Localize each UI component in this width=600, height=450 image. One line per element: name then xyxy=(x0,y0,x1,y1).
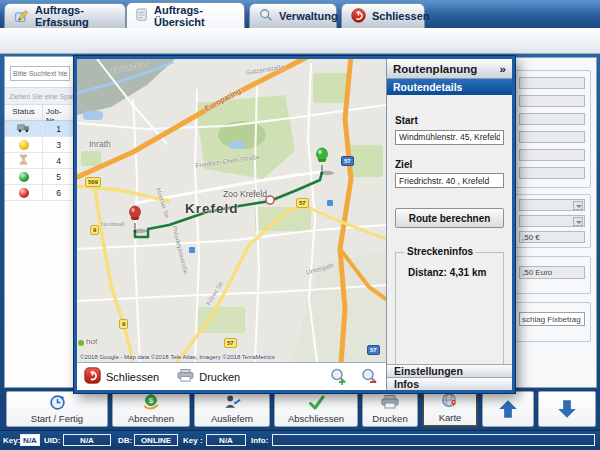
tab-label: Auftrags-Erfassung xyxy=(35,4,116,28)
ziel-address-input[interactable] xyxy=(395,173,504,188)
ausliefern-button[interactable]: Ausliefern xyxy=(194,391,270,427)
price-groupbox: ,50 € xyxy=(513,194,591,248)
abrechnen-button[interactable]: $ Abrechnen xyxy=(112,391,190,427)
accordion-einstellungen[interactable]: Einstellungen xyxy=(387,364,512,377)
dialog-print-button[interactable]: Drucken xyxy=(177,369,240,384)
drucken-button[interactable]: Drucken xyxy=(362,391,418,427)
accordion-infos[interactable]: Infos xyxy=(387,377,512,390)
document-icon xyxy=(136,8,148,24)
key2-label: Key : xyxy=(183,436,203,445)
detail-field[interactable] xyxy=(519,95,585,107)
tab-auftrags-uebersicht[interactable]: Auftrags-Übersicht xyxy=(126,2,245,28)
key-value: N/A xyxy=(20,434,40,446)
button-label: Abrechnen xyxy=(128,413,174,424)
svg-text:$: $ xyxy=(149,396,154,405)
table-row[interactable]: 3 xyxy=(5,137,74,153)
detail-field[interactable] xyxy=(519,131,585,143)
detail-field[interactable] xyxy=(519,167,585,179)
routendetails-body: Start Ziel Route berechnen Streckeninfos… xyxy=(387,95,512,364)
street-label: Nordwall xyxy=(101,221,124,227)
route-panel-header[interactable]: Routenplanung » xyxy=(387,59,512,79)
detail-field[interactable] xyxy=(519,77,585,89)
map-canvas[interactable]: Flünnertzdyk Gatzenstraße Europaring Inr… xyxy=(77,59,386,362)
job-number: 4 xyxy=(43,156,74,166)
route-berechnen-button[interactable]: Route berechnen xyxy=(395,208,504,228)
euro-field[interactable]: ,50 Euro xyxy=(519,266,585,279)
route-side-panel: Routenplanung » Routendetails Start Ziel… xyxy=(386,59,512,390)
check-icon xyxy=(308,393,325,411)
start-fertig-button[interactable]: Start / Fertig xyxy=(6,391,108,427)
map-attribution: ©2018 Google - Map data ©2018 Tele Atlas… xyxy=(80,354,275,360)
detail-field[interactable] xyxy=(519,149,585,161)
table-row[interactable]: 5 xyxy=(5,169,74,185)
fields-groupbox xyxy=(513,70,591,188)
table-row[interactable]: 6 xyxy=(5,185,74,201)
key2-value: N/A xyxy=(206,434,246,446)
karte-button[interactable]: Karte xyxy=(422,391,478,427)
arrow-up-icon xyxy=(497,396,519,422)
detail-field[interactable] xyxy=(519,113,585,125)
chevron-down-icon[interactable] xyxy=(573,201,583,210)
start-label: Start xyxy=(395,115,504,126)
status-yellow-icon xyxy=(19,140,29,150)
district-label-inrath: Inrath xyxy=(89,139,111,149)
tab-verwaltung[interactable]: Verwaltung xyxy=(249,3,337,28)
tab-schliessen[interactable]: Schliessen xyxy=(341,3,425,28)
table-row[interactable]: 4 xyxy=(5,153,74,169)
jobs-list-panel: Ziehen Sie eine Spalte Status Job-Nr. 1 … xyxy=(4,56,75,388)
power-icon xyxy=(351,8,366,25)
group-drop-hint: Ziehen Sie eine Spalte xyxy=(5,87,74,105)
zoom-out-button[interactable] xyxy=(361,368,378,385)
job-number: 6 xyxy=(43,188,74,198)
poi-label-zoo: Zoo Krefeld xyxy=(223,189,267,199)
key-label: Key: xyxy=(3,436,20,445)
globe-pin-icon xyxy=(441,392,459,410)
table-row[interactable]: 1 xyxy=(5,121,74,137)
road-shield: 9 xyxy=(119,319,128,329)
print-label: Drucken xyxy=(199,371,240,383)
col-status[interactable]: Status xyxy=(5,105,43,120)
app-window: Auftrags-Erfassung Auftrags-Übersicht Ve… xyxy=(0,0,600,450)
dialog-close-button[interactable]: Schliessen xyxy=(84,367,159,386)
button-label: Start / Fertig xyxy=(31,413,83,424)
road-shield: 9 xyxy=(90,225,99,235)
map-dialog-toolbar: Schliessen Drucken xyxy=(77,362,386,390)
main-tabbar: Auftrags-Erfassung Auftrags-Übersicht Ve… xyxy=(0,0,600,28)
zoom-in-button[interactable] xyxy=(330,368,347,385)
collapse-chevron-icon[interactable]: » xyxy=(500,63,506,75)
routendetails-section-header[interactable]: Routendetails xyxy=(387,79,512,95)
hourglass-status-icon xyxy=(19,154,28,167)
move-up-button[interactable] xyxy=(482,391,534,427)
db-label: DB: xyxy=(118,436,132,445)
printer-icon xyxy=(381,393,399,411)
tab-label: Verwaltung xyxy=(279,10,338,22)
road-shield: 57 xyxy=(296,198,309,208)
table-header[interactable]: Status Job-Nr. xyxy=(5,105,74,121)
magnifier-plus-icon xyxy=(330,368,347,385)
fix-groupbox: schlag Fixbetrag xyxy=(513,302,591,342)
order-details-panel: ,50 € ,50 Euro schlag Fixbetrag xyxy=(513,57,597,388)
pencil-form-icon xyxy=(14,8,29,25)
amount-field[interactable]: ,50 € xyxy=(519,231,585,243)
start-address-input[interactable] xyxy=(395,130,504,145)
ziel-label: Ziel xyxy=(395,159,504,170)
db-status-value: ONLINE xyxy=(134,434,178,446)
info-value xyxy=(272,434,595,446)
fixbetrag-button[interactable]: schlag Fixbetrag xyxy=(519,312,585,326)
chevron-down-icon[interactable] xyxy=(573,217,583,226)
abschliessen-button[interactable]: Abschliessen xyxy=(274,391,358,427)
road-shield: 57 xyxy=(367,345,380,355)
dropdown-field[interactable] xyxy=(519,199,585,211)
dropdown-field[interactable] xyxy=(519,215,585,227)
move-down-button[interactable] xyxy=(538,391,596,427)
deliver-person-icon xyxy=(223,393,241,411)
uid-label: UID: xyxy=(44,436,60,445)
search-input[interactable] xyxy=(10,66,70,81)
streckeninfos-groupbox: Streckeninfos Distanz: 4,31 km xyxy=(395,252,504,367)
zoo-poi-marker xyxy=(266,196,274,204)
tab-label: Schliessen xyxy=(372,10,429,22)
col-jobnr[interactable]: Job-Nr. xyxy=(43,105,74,120)
euro-groupbox: ,50 Euro xyxy=(513,256,591,294)
info-label: Info: xyxy=(251,436,268,445)
tab-auftrags-erfassung[interactable]: Auftrags-Erfassung xyxy=(4,3,126,28)
